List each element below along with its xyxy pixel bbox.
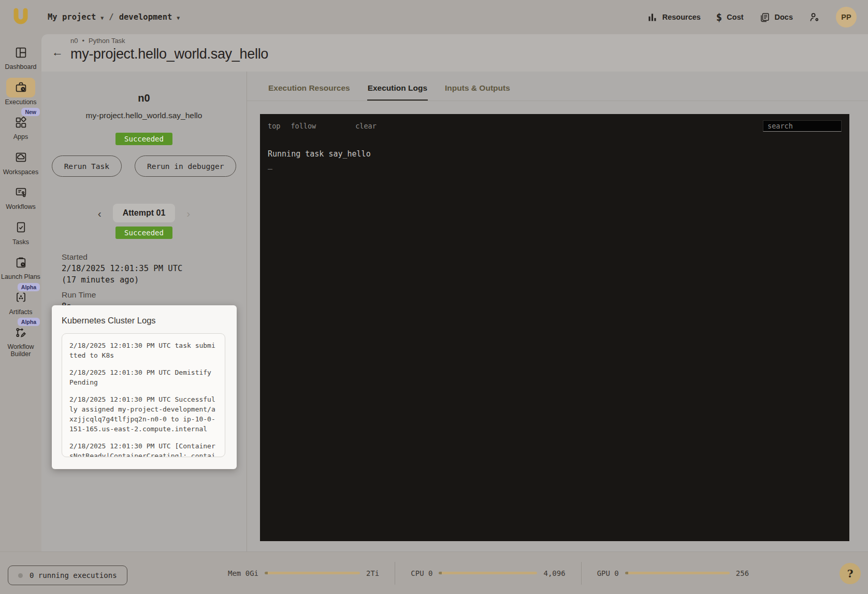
tab-execution-logs[interactable]: Execution Logs (367, 79, 428, 101)
rerun-debugger-button[interactable]: Rerun in debugger (135, 155, 236, 177)
union-logo[interactable] (11, 8, 30, 26)
user-settings-button[interactable] (808, 11, 820, 23)
log-follow-button[interactable]: follow (291, 122, 316, 130)
new-badge: New (21, 108, 40, 116)
detail-task-name: my-project.hello_world.say_hello (41, 111, 247, 120)
sidebar-item-artifacts[interactable]: Alpha Artifacts (0, 288, 41, 316)
k8s-log-entry: 2/18/2025 12:01:30 PM UTC Successfully a… (69, 394, 218, 434)
attempt-status-badge: Succeeded (115, 227, 172, 239)
alpha-badge: Alpha (18, 283, 40, 291)
user-gear-icon (808, 11, 820, 23)
sidebar-item-dashboard[interactable]: Dashboard (0, 43, 41, 71)
sidebar-item-label: Workflows (6, 204, 35, 211)
resource-meters: Mem 0Gi 2Ti CPU 0 4,096 GPU 0 256 (228, 552, 749, 594)
dot-separator: • (82, 37, 84, 45)
running-executions-label: 0 running executions (30, 571, 117, 579)
meter-divider (581, 562, 582, 585)
status-dot-icon (18, 573, 23, 578)
page-header: ← n0 • Python Task my-project.hello_worl… (41, 34, 868, 72)
attempt-selector[interactable]: Attempt 01 (113, 204, 176, 222)
sidebar-item-executions[interactable]: Executions (0, 78, 41, 106)
bar-chart-icon (647, 12, 658, 23)
project-name: My project (48, 12, 96, 22)
sidebar-nav: Dashboard Executions New Apps (0, 34, 41, 551)
sidebar-item-workspaces[interactable]: Workspaces (0, 148, 41, 176)
memory-meter: Mem 0Gi 2Ti (228, 569, 379, 577)
log-top-button[interactable]: top (268, 122, 280, 130)
k8s-logs-list[interactable]: 2/18/2025 12:01:30 PM UTC task submitted… (62, 333, 225, 457)
docs-button[interactable]: Docs (759, 12, 793, 23)
sidebar-item-label: Workspaces (3, 169, 39, 176)
docs-icon (759, 12, 770, 23)
chevron-right-icon: › (186, 207, 190, 219)
log-terminal: top follow clear Running task say_hello … (260, 114, 849, 541)
tab-bar: Execution Resources Execution Logs Input… (247, 72, 868, 101)
tasks-icon (15, 221, 27, 234)
apps-icon (15, 116, 27, 129)
sidebar-item-label: Apps (13, 134, 28, 141)
running-executions-pill[interactable]: 0 running executions (8, 565, 127, 585)
tab-inputs-outputs[interactable]: Inputs & Outputs (444, 79, 511, 101)
back-arrow-icon: ← (52, 46, 63, 59)
detail-node-id: n0 (41, 92, 247, 104)
resources-button[interactable]: Resources (647, 12, 701, 23)
sidebar-item-label: Launch Plans (1, 274, 40, 281)
execution-detail-panel: Execution Resources Execution Logs Input… (247, 72, 868, 551)
cost-button[interactable]: $ Cost (716, 11, 744, 23)
help-button[interactable]: ? (840, 563, 861, 584)
meter-divider (395, 562, 395, 585)
log-line: Running task say_hello (268, 149, 842, 160)
sidebar-item-launch-plans[interactable]: Launch Plans (0, 252, 41, 281)
log-search-input[interactable] (763, 120, 842, 132)
memory-meter-label: Mem 0Gi (228, 569, 258, 577)
page-title: my-project.hello_world.say_hello (70, 46, 268, 62)
avatar[interactable]: PP (836, 7, 857, 27)
tab-execution-resources[interactable]: Execution Resources (268, 79, 351, 101)
workflow-builder-icon (15, 326, 27, 339)
active-item-highlight (6, 78, 35, 97)
artifacts-icon (15, 291, 27, 304)
top-bar-actions: Resources $ Cost Docs PP (647, 7, 857, 27)
sidebar-item-label: Artifacts (9, 309, 32, 316)
sidebar-item-apps[interactable]: New Apps (0, 112, 41, 141)
node-type: Python Task (89, 37, 125, 45)
log-clear-button[interactable]: clear (355, 122, 377, 130)
sidebar-item-tasks[interactable]: Tasks (0, 218, 41, 246)
top-bar: My project ▼ / development ▼ Resources $… (0, 0, 868, 34)
next-attempt-button[interactable]: › (186, 208, 190, 219)
dollar-icon: $ (716, 11, 722, 23)
workflows-icon (15, 186, 27, 199)
cpu-meter-max: 4,096 (543, 569, 565, 577)
k8s-log-entry: 2/18/2025 12:01:30 PM UTC task submitted… (69, 341, 218, 360)
alpha-badge: Alpha (18, 318, 40, 326)
back-button[interactable]: ← (52, 47, 63, 58)
breadcrumb: My project ▼ / development ▼ (48, 12, 180, 22)
cpu-meter-bar (439, 572, 537, 574)
union-logo-icon (11, 8, 30, 26)
launch-plans-icon (15, 256, 27, 269)
sidebar-item-label: Tasks (12, 239, 29, 246)
log-output[interactable]: Running task say_hello _ (268, 149, 842, 171)
previous-attempt-button[interactable]: ‹ (98, 208, 102, 219)
started-ago: (17 minutes ago) (62, 274, 247, 286)
status-bar: 0 running executions Mem 0Gi 2Ti CPU 0 4… (0, 551, 868, 594)
workspaces-icon (15, 151, 27, 164)
memory-meter-max: 2Ti (366, 569, 379, 577)
domain-selector[interactable]: development ▼ (119, 12, 180, 22)
sidebar-item-workflow-builder[interactable]: Alpha Workflow Builder (0, 322, 41, 358)
terminal-cursor: _ (268, 160, 842, 171)
cpu-meter: CPU 0 4,096 (411, 569, 565, 577)
k8s-logs-title: Kubernetes Cluster Logs (62, 316, 225, 326)
sidebar-item-workflows[interactable]: Workflows (0, 182, 41, 211)
rerun-task-button[interactable]: Rerun Task (52, 155, 122, 177)
dashboard-icon (15, 46, 27, 59)
kubernetes-cluster-logs-popover: Kubernetes Cluster Logs 2/18/2025 12:01:… (52, 305, 237, 469)
started-time: 2/18/2025 12:01:35 PM UTC (62, 263, 247, 274)
node-id: n0 (70, 37, 78, 45)
chevron-down-icon: ▼ (100, 15, 104, 21)
gpu-meter-max: 256 (736, 569, 749, 577)
sidebar-item-label: Workflow Builder (0, 344, 41, 358)
cpu-meter-label: CPU 0 (411, 569, 432, 577)
gpu-meter-label: GPU 0 (597, 569, 619, 577)
project-selector[interactable]: My project ▼ (48, 12, 104, 22)
